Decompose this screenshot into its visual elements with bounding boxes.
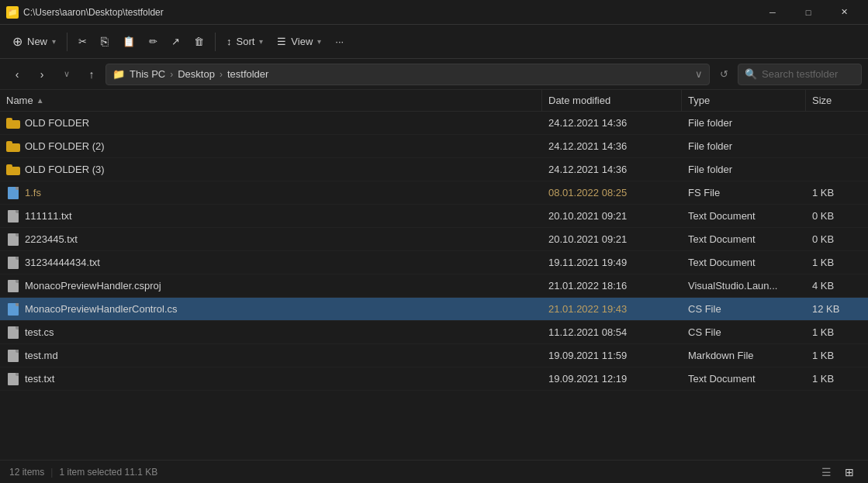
status-bar: 12 items | 1 item selected 11.1 KB ☰ ⊞ (0, 460, 868, 483)
file-name: 31234444434.txt (25, 257, 100, 268)
file-name: OLD FOLDER (2) (25, 140, 105, 152)
details-view-button[interactable]: ☰ (817, 463, 835, 481)
file-icon (6, 280, 20, 292)
file-name: test.txt (25, 373, 54, 385)
view-button[interactable]: ☰ View ▾ (271, 29, 327, 54)
nav-bar: ‹ › ∨ ↑ 📁 This PC › Desktop › testfolder… (0, 59, 868, 90)
file-size: 4 KB (806, 280, 868, 292)
table-row[interactable]: MonacoPreviewHandlerControl.cs21.01.2022… (0, 298, 868, 321)
copy-button[interactable]: ⎘ (95, 29, 115, 54)
breadcrumb-desktop[interactable]: Desktop (178, 68, 215, 80)
file-size: 12 KB (806, 303, 868, 315)
back-button[interactable]: ‹ (6, 64, 28, 85)
title-bar-controls: ─ □ ✕ (755, 0, 862, 25)
folder-icon (6, 164, 20, 176)
file-icon (6, 187, 20, 199)
cut-button[interactable]: ✂ (72, 29, 93, 54)
status-sep-1: | (50, 467, 53, 478)
search-icon: 🔍 (745, 68, 757, 80)
file-size: 0 KB (806, 233, 868, 245)
share-button[interactable]: ↗ (165, 29, 186, 54)
delete-icon: 🗑 (194, 36, 204, 47)
file-name: MonacoPreviewHandlerControl.cs (25, 303, 178, 315)
table-row[interactable]: 111111.txt20.10.2021 09:21Text Document0… (0, 205, 868, 228)
new-icon: ⊕ (12, 34, 22, 49)
file-name: test.md (25, 350, 58, 361)
close-button[interactable]: ✕ (826, 0, 862, 25)
status-bar-right: ☰ ⊞ (817, 463, 859, 481)
dropdown-history-button[interactable]: ∨ (56, 64, 78, 85)
table-row[interactable]: OLD FOLDER (3)24.12.2021 14:36File folde… (0, 158, 868, 181)
tiles-view-button[interactable]: ⊞ (840, 463, 859, 481)
file-name: OLD FOLDER (3) (25, 164, 105, 175)
file-type: File folder (682, 117, 806, 129)
column-header-type[interactable]: Type (682, 90, 806, 111)
column-header-name[interactable]: Name ▲ (0, 90, 542, 111)
share-icon: ↗ (171, 36, 180, 47)
rename-icon: ✏ (149, 36, 157, 47)
file-date: 20.10.2021 09:21 (542, 210, 682, 222)
file-size: 1 KB (806, 187, 868, 198)
file-type: File folder (682, 140, 806, 152)
forward-button[interactable]: › (31, 64, 53, 85)
file-name: test.cs (25, 326, 54, 338)
file-date: 21.01.2022 19:43 (542, 303, 682, 315)
delete-button[interactable]: 🗑 (188, 29, 210, 54)
table-row[interactable]: test.md19.09.2021 11:59Markdown File1 KB (0, 344, 868, 367)
file-date: 19.09.2021 11:59 (542, 350, 682, 361)
file-date: 19.09.2021 12:19 (542, 373, 682, 385)
file-size: 1 KB (806, 373, 868, 385)
file-date: 19.11.2021 19:49 (542, 257, 682, 268)
up-directory-button[interactable]: ↑ (81, 64, 102, 85)
column-header-size[interactable]: Size (806, 90, 868, 111)
file-icon (6, 210, 20, 223)
file-name: 1.fs (25, 187, 41, 198)
address-chevron-icon[interactable]: ∨ (695, 68, 703, 80)
view-icon: ☰ (277, 36, 286, 47)
search-bar[interactable]: 🔍 Search testfolder (738, 64, 862, 85)
address-bar[interactable]: 📁 This PC › Desktop › testfolder ∨ (105, 64, 710, 85)
table-row[interactable]: 1.fs08.01.2022 08:25FS File1 KB (0, 181, 868, 205)
view-chevron-icon: ▾ (317, 37, 321, 46)
file-type: File folder (682, 164, 806, 175)
maximize-button[interactable]: □ (790, 0, 826, 25)
file-type: VisualStudio.Laun... (682, 280, 806, 292)
file-size: 0 KB (806, 210, 868, 222)
breadcrumb-sep-2: › (220, 69, 223, 80)
table-row[interactable]: 31234444434.txt19.11.2021 19:49Text Docu… (0, 251, 868, 274)
paste-button[interactable]: 📋 (116, 29, 141, 54)
column-header-date[interactable]: Date modified (542, 90, 682, 111)
file-type: Text Document (682, 210, 806, 222)
breadcrumb-this-pc[interactable]: This PC (130, 68, 165, 80)
file-type: FS File (682, 187, 806, 198)
table-row[interactable]: test.cs11.12.2021 08:54CS File1 KB (0, 321, 868, 344)
file-date: 21.01.2022 18:16 (542, 280, 682, 292)
table-row[interactable]: 2223445.txt20.10.2021 09:21Text Document… (0, 228, 868, 251)
file-rows: OLD FOLDER24.12.2021 14:36File folderOLD… (0, 112, 868, 391)
selected-info: 1 item selected 11.1 KB (59, 467, 157, 478)
file-date: 24.12.2021 14:36 (542, 117, 682, 129)
table-row[interactable]: OLD FOLDER24.12.2021 14:36File folder (0, 112, 868, 135)
breadcrumb-testfolder[interactable]: testfolder (227, 68, 268, 80)
table-row[interactable]: test.txt19.09.2021 12:19Text Document1 K… (0, 367, 868, 391)
file-icon (6, 233, 20, 246)
folder-icon (6, 140, 20, 153)
file-icon (6, 303, 20, 316)
new-button[interactable]: ⊕ New ▾ (6, 29, 62, 54)
more-button[interactable]: ··· (329, 29, 350, 54)
table-row[interactable]: OLD FOLDER (2)24.12.2021 14:36File folde… (0, 135, 868, 158)
file-type: Text Document (682, 233, 806, 245)
table-row[interactable]: MonacoPreviewHandler.csproj21.01.2022 18… (0, 274, 868, 298)
paste-icon: 📋 (123, 36, 135, 47)
file-name: MonacoPreviewHandler.csproj (25, 280, 161, 292)
rename-button[interactable]: ✏ (143, 29, 164, 54)
sort-button[interactable]: ↕ Sort ▾ (220, 29, 269, 54)
file-list-container: Name ▲ Date modified Type Size OLD FOLDE… (0, 90, 868, 460)
minimize-button[interactable]: ─ (755, 0, 790, 25)
file-type: Markdown File (682, 350, 806, 361)
file-icon (6, 326, 20, 339)
refresh-button[interactable]: ↺ (713, 64, 735, 85)
file-icon (6, 350, 20, 362)
file-size: 1 KB (806, 326, 868, 338)
address-bar-folder-icon: 📁 (112, 68, 125, 80)
